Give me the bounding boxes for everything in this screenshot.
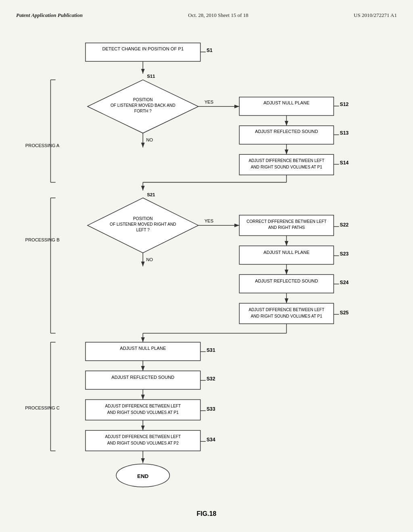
s24-label: S24: [340, 280, 349, 285]
s34-text2: AND RIGHT SOUND VOLUMES AT P2: [107, 441, 179, 445]
end-text: END: [137, 473, 148, 479]
s32-label: S32: [206, 376, 215, 382]
s14-label: S14: [340, 160, 349, 166]
s25-label: S25: [340, 310, 349, 316]
s33-box: [86, 400, 200, 420]
processing-c-label: PROCESSING C: [25, 405, 60, 410]
s33-text2: AND RIGHT SOUND VOLUMES AT P1: [107, 410, 179, 415]
s21-text2: OF LISTENER MOVED RIGHT AND: [110, 222, 176, 227]
s1-text: DETECT CHANGE IN POSITION OF P1: [102, 46, 184, 51]
s21-yes-label: YES: [204, 218, 213, 223]
processing-a-label: PROCESSING A: [25, 143, 60, 148]
s22-text2: AND RIGHT PATHS: [268, 225, 305, 230]
s32-text: ADJUST REFLECTED SOUND: [111, 375, 174, 380]
page: Patent Application Publication Oct. 28, …: [0, 0, 413, 532]
s21-text3: LEFT ?: [136, 228, 150, 232]
s31-box: [86, 342, 200, 361]
s1-box: [86, 43, 200, 62]
s11-yes-label: YES: [204, 100, 213, 104]
s12-label: S12: [340, 102, 349, 107]
s11-text2: OF LISTENER MOVED BACK AND: [111, 103, 175, 108]
s23-label: S23: [340, 251, 349, 257]
s11-no-label: NO: [146, 137, 153, 142]
s22-text1: CORRECT DIFFERENCE BETWEEN LEFT: [246, 219, 326, 224]
s34-text1: ADJUST DIFFERENCE BETWEEN LEFT: [105, 434, 181, 439]
s13-box: [239, 126, 334, 144]
s1-label: S1: [206, 48, 213, 53]
flowchart-svg: DETECT CHANGE IN POSITION OF P1 S1 S11 P…: [16, 31, 397, 506]
s31-label: S31: [206, 347, 215, 353]
s23-text: ADJUST NULL PLANE: [263, 250, 309, 255]
s11-text1: POSITION: [133, 98, 153, 102]
figure-label: FIG.18: [16, 510, 397, 517]
s21-no-label: NO: [146, 257, 153, 262]
s34-box: [86, 430, 200, 451]
s25-text2: AND RIGHT SOUND VOLUMES AT P1: [251, 314, 323, 318]
header-left: Patent Application Publication: [16, 12, 83, 19]
s14-text1: ADJUST DIFFERENCE BETWEEN LEFT: [248, 158, 324, 163]
page-header: Patent Application Publication Oct. 28, …: [16, 8, 397, 27]
s12-box: [239, 97, 334, 116]
s13-text: ADJUST REFLECTED SOUND: [255, 129, 318, 134]
processing-b-label: PROCESSING B: [25, 237, 60, 242]
header-right: US 2010/272271 A1: [354, 12, 397, 19]
s11-text3: FORTH ?: [134, 109, 152, 113]
s25-box: [239, 303, 334, 324]
s33-text1: ADJUST DIFFERENCE BETWEEN LEFT: [105, 404, 181, 408]
s21-label: S21: [147, 192, 155, 197]
s24-text: ADJUST REFLECTED SOUND: [255, 278, 318, 283]
s22-label: S22: [340, 222, 349, 228]
diagram-container: DETECT CHANGE IN POSITION OF P1 S1 S11 P…: [16, 31, 397, 506]
s33-label: S33: [206, 406, 215, 412]
s14-text2: AND RIGHT SOUND VOLUMES AT P1: [251, 165, 323, 169]
s25-text1: ADJUST DIFFERENCE BETWEEN LEFT: [248, 308, 324, 312]
s32-box: [86, 371, 200, 389]
s21-text1: POSITION: [133, 216, 153, 221]
s11-label: S11: [147, 74, 155, 79]
header-center: Oct. 28, 2010 Sheet 15 of 18: [188, 12, 248, 19]
s23-box: [239, 246, 334, 264]
s13-label: S13: [340, 130, 349, 136]
s12-text: ADJUST NULL PLANE: [263, 100, 309, 105]
s34-label: S34: [206, 437, 215, 443]
s24-box: [239, 274, 334, 293]
s31-text: ADJUST NULL PLANE: [120, 346, 166, 351]
